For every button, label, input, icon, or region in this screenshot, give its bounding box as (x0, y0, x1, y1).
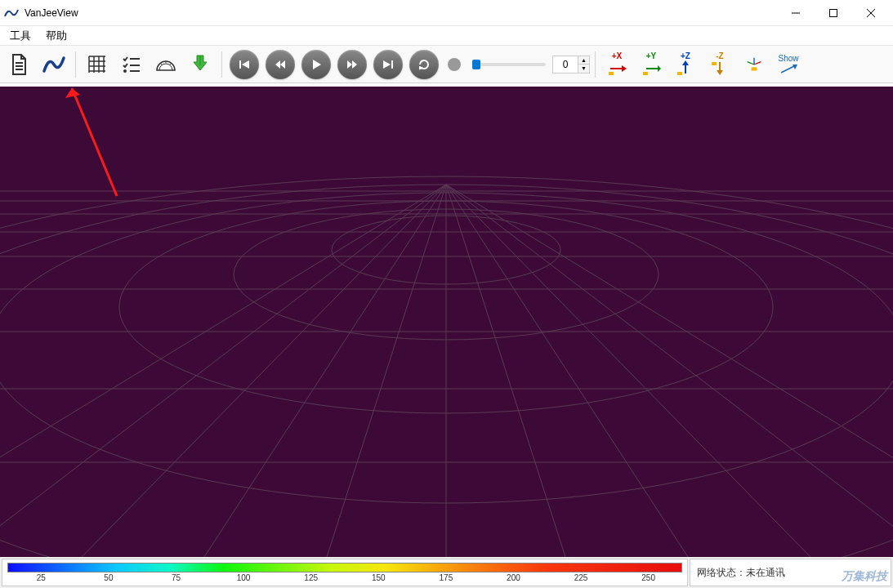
svg-marker-24 (275, 60, 280, 69)
svg-rect-46 (752, 67, 757, 70)
record-indicator-icon (448, 58, 461, 71)
toolbar: 0 ▲ ▼ +X +Y +Z -Z Show (0, 46, 893, 83)
svg-line-20 (161, 64, 162, 65)
watermark-text: 万集科技 (842, 569, 887, 584)
svg-rect-42 (712, 62, 717, 65)
menubar: 工具 帮助 (0, 26, 893, 46)
spin-up-button[interactable]: ▲ (578, 56, 589, 65)
spin-down-button[interactable]: ▼ (578, 64, 589, 73)
svg-rect-33 (609, 72, 614, 75)
grid-toggle-button[interactable] (81, 48, 114, 81)
view-plus-z-button[interactable]: +Z (669, 48, 702, 81)
svg-line-21 (170, 64, 171, 65)
3d-viewport[interactable] (0, 87, 893, 557)
scale-ticks: 25 50 75 100 125 150 175 200 225 250 (7, 573, 682, 582)
app-logo-icon (3, 5, 20, 21)
svg-rect-30 (391, 60, 393, 69)
frame-value: 0 (553, 56, 578, 73)
download-button[interactable] (184, 48, 217, 81)
svg-marker-29 (383, 60, 391, 69)
svg-rect-39 (677, 72, 682, 75)
show-button[interactable]: Show (772, 48, 805, 81)
view-minus-z-button[interactable]: -Z (703, 48, 736, 81)
svg-line-47 (781, 66, 794, 73)
playback-slider[interactable] (472, 63, 546, 66)
svg-line-52 (204, 185, 446, 557)
frame-spinner[interactable]: 0 ▲ ▼ (552, 56, 590, 74)
fast-forward-button[interactable] (337, 50, 367, 79)
svg-marker-32 (622, 65, 627, 72)
svg-point-18 (124, 70, 126, 72)
view-plus-y-button[interactable]: +Y (635, 48, 668, 81)
toolbar-separator (75, 51, 76, 78)
skip-end-button[interactable] (373, 50, 403, 79)
slider-thumb[interactable] (472, 60, 480, 69)
menu-tools[interactable]: 工具 (3, 27, 38, 45)
vanjee-app-button[interactable] (38, 48, 70, 81)
svg-line-56 (446, 185, 688, 557)
window-title: VanJeeView (25, 7, 777, 19)
toolbar-separator (221, 51, 222, 78)
svg-marker-25 (280, 60, 285, 69)
toolbar-separator (595, 51, 596, 78)
net-status-label: 网络状态： (697, 566, 746, 580)
svg-line-44 (748, 61, 754, 64)
svg-marker-28 (352, 60, 357, 69)
menu-help[interactable]: 帮助 (39, 27, 74, 45)
color-gradient-bar (7, 563, 682, 572)
protractor-button[interactable] (150, 48, 182, 81)
skip-start-button[interactable] (230, 50, 259, 79)
color-scale: 25 50 75 100 125 150 175 200 225 250 (2, 559, 688, 586)
minimize-button[interactable] (777, 1, 815, 25)
svg-rect-1 (830, 9, 837, 16)
play-button[interactable] (301, 50, 331, 79)
svg-marker-41 (717, 70, 723, 75)
loop-button[interactable] (409, 50, 439, 79)
titlebar: VanJeeView (0, 0, 893, 26)
svg-line-55 (446, 185, 565, 557)
svg-marker-27 (347, 60, 352, 69)
svg-marker-38 (682, 60, 689, 65)
svg-marker-26 (313, 60, 321, 69)
svg-line-43 (754, 61, 761, 64)
rewind-button[interactable] (266, 50, 295, 79)
svg-rect-22 (239, 60, 241, 69)
view-3d-button[interactable] (738, 48, 770, 81)
checklist-button[interactable] (115, 48, 148, 81)
close-button[interactable] (852, 1, 890, 25)
svg-marker-35 (658, 65, 661, 72)
statusbar: 25 50 75 100 125 150 175 200 225 250 网络状… (0, 557, 893, 588)
window-controls (777, 1, 890, 25)
maximize-button[interactable] (815, 1, 852, 25)
svg-rect-36 (643, 72, 648, 75)
net-status-value: 未在通讯 (746, 566, 785, 580)
svg-marker-23 (242, 60, 249, 69)
svg-line-53 (327, 185, 446, 557)
open-file-button[interactable] (3, 48, 36, 81)
view-plus-x-button[interactable]: +X (601, 48, 633, 81)
network-status: 网络状态： 未在通讯 万集科技 (690, 559, 891, 586)
